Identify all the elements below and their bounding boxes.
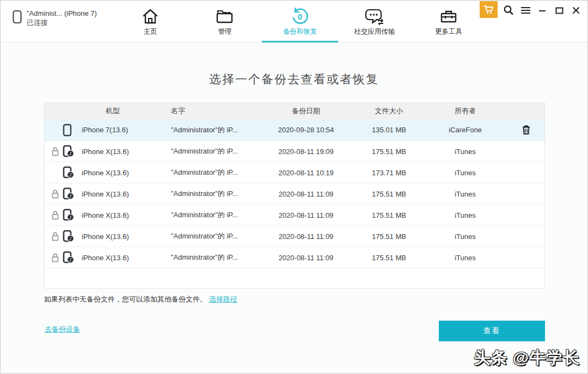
phone-media-icon: ♪ — [63, 230, 78, 243]
go-backup-device-link[interactable]: 去备份设备 — [45, 324, 80, 334]
backup-table: 机型 名字 备份日期 文件大小 所有者 iPhone 7(13.6) "Admi… — [44, 102, 545, 289]
col-header-owner: 所有者 — [423, 106, 507, 116]
table-row[interactable]: ♪ iPhone X(13.6) "Administrator"的 iP... … — [45, 205, 544, 226]
row-size: 175.51 MB — [355, 232, 423, 241]
minimize-icon[interactable] — [536, 4, 548, 16]
row-owner: iTunes — [423, 211, 507, 219]
svg-text:♪: ♪ — [69, 194, 72, 199]
search-icon[interactable] — [503, 4, 514, 16]
app-window: "Administ... (iPhone 7) 已连接 主页 管理 0 — [0, 0, 588, 374]
watermark: 头条 @牛学长 — [474, 347, 580, 369]
phone-media-icon: ♪ — [63, 166, 78, 179]
table-row[interactable]: ♪ iPhone X(13.6) "Administrator"的 iP... … — [45, 141, 544, 162]
window-controls — [480, 1, 582, 20]
row-date: 2020-08-11 11:09 — [257, 190, 355, 198]
row-model: iPhone X(13.6) — [82, 211, 129, 219]
manage-folder-icon — [216, 7, 234, 26]
phone-media-icon: ♪ — [63, 251, 78, 264]
svg-text:♪: ♪ — [69, 257, 72, 262]
phone-media-icon: ♪ — [63, 209, 78, 222]
row-size: 175.51 MB — [355, 211, 423, 219]
menu-icon[interactable] — [519, 4, 531, 16]
svg-text:0: 0 — [298, 12, 302, 21]
tab-manage[interactable]: 管理 — [203, 1, 247, 42]
page-title: 选择一个备份去查看或者恢复 — [1, 71, 587, 88]
phone-media-icon: ♪ — [63, 187, 78, 200]
row-date: 2020-08-11 19:09 — [257, 148, 355, 156]
row-model: iPhone 7(13.6) — [82, 126, 128, 134]
choose-path-link[interactable]: 选择路径 — [209, 295, 237, 303]
row-size: 135.01 MB — [355, 126, 423, 134]
table-empty-space — [45, 268, 544, 288]
row-model: iPhone X(13.6) — [82, 190, 129, 198]
device-info: "Administ... (iPhone 7) 已连接 — [13, 9, 97, 27]
row-model: iPhone X(13.6) — [82, 148, 129, 156]
add-backup-note: 如果列表中无备份文件，您可以添加其他备份文件。 选择路径 — [44, 295, 237, 304]
lock-icon — [52, 211, 63, 220]
row-owner: iTunes — [423, 169, 507, 177]
lock-icon — [52, 253, 63, 262]
svg-text:♪: ♪ — [69, 215, 72, 220]
row-date: 2020-09-28 10:54 — [257, 126, 355, 134]
tab-home-label: 主页 — [144, 27, 157, 36]
table-row[interactable]: ♪ iPhone X(13.6) "Administrator"的 iP... … — [45, 247, 544, 268]
row-owner: iTunes — [423, 254, 507, 262]
tab-backup-restore[interactable]: 0 备份和恢复 — [262, 1, 338, 42]
row-date: 2020-08-11 11:09 — [257, 232, 355, 241]
svg-text:♪: ♪ — [69, 151, 72, 156]
svg-text:♪: ♪ — [69, 236, 72, 241]
row-owner: iTunes — [423, 148, 507, 156]
tab-social-transfer-label: 社交应用传输 — [354, 27, 395, 36]
cart-icon[interactable] — [480, 1, 498, 18]
row-owner: iCareFone — [423, 126, 507, 134]
tab-more-tools[interactable]: 更多工具 — [424, 1, 473, 42]
tab-backup-restore-label: 备份和恢复 — [283, 27, 317, 36]
table-row[interactable]: ♪ iPhone X(13.6) "Administrator"的 iP... … — [45, 183, 544, 205]
close-icon[interactable] — [570, 4, 582, 16]
lock-icon — [52, 147, 63, 156]
phone-media-icon: ♪ — [63, 145, 78, 158]
row-model: iPhone X(13.6) — [82, 169, 129, 177]
note-text: 如果列表中无备份文件，您可以添加其他备份文件。 — [44, 295, 207, 303]
row-name: "Administrator"的 iP... — [170, 168, 257, 177]
backup-restore-page: 选择一个备份去查看或者恢复 机型 名字 备份日期 文件大小 所有者 iPhone… — [1, 43, 587, 373]
lock-icon — [52, 232, 63, 241]
table-row[interactable]: ♪ iPhone X(13.6) "Administrator"的 iP... … — [45, 226, 544, 247]
col-header-model: 机型 — [45, 106, 170, 116]
row-name: "Administrator"的 iP... — [170, 146, 257, 156]
col-header-name: 名字 — [170, 106, 257, 116]
maximize-icon[interactable] — [553, 4, 565, 16]
row-name: "Administrator"的 iP... — [170, 189, 257, 199]
svg-text:♪: ♪ — [69, 173, 72, 177]
row-date: 2020-08-11 11:09 — [257, 254, 355, 262]
row-owner: iTunes — [423, 190, 507, 198]
tab-manage-label: 管理 — [218, 27, 232, 36]
tab-social-transfer[interactable]: 社交应用传输 — [345, 1, 405, 42]
row-name: "Administrator"的 iP... — [170, 253, 257, 262]
social-transfer-icon — [365, 7, 384, 26]
backup-restore-icon: 0 — [291, 7, 309, 26]
table-row[interactable]: iPhone 7(13.6) "Administrator"的 iP... 20… — [45, 119, 544, 141]
row-name: "Administrator"的 iP... — [170, 210, 257, 220]
row-model: iPhone X(13.6) — [82, 232, 129, 241]
row-name: "Administrator"的 iP... — [170, 125, 257, 135]
view-button[interactable]: 查看 — [439, 321, 545, 341]
phone-icon — [63, 124, 78, 137]
row-owner: iTunes — [423, 232, 507, 241]
row-name: "Administrator"的 iP... — [170, 231, 257, 241]
tab-home[interactable]: 主页 — [128, 1, 172, 42]
table-header-row: 机型 名字 备份日期 文件大小 所有者 — [45, 103, 544, 119]
connected-phone-icon — [13, 9, 22, 25]
tab-more-tools-label: 更多工具 — [435, 27, 462, 36]
delete-icon[interactable] — [522, 125, 530, 134]
col-header-size: 文件大小 — [355, 106, 423, 116]
row-size: 173.71 MB — [355, 169, 423, 177]
row-size: 175.51 MB — [355, 190, 423, 198]
row-size: 175.51 MB — [355, 254, 423, 262]
lock-icon — [52, 189, 63, 199]
device-status: 已连接 — [27, 18, 97, 27]
title-bar: "Administ... (iPhone 7) 已连接 主页 管理 0 — [1, 1, 587, 42]
home-icon — [142, 7, 159, 26]
table-row[interactable]: ♪ iPhone X(13.6) "Administrator"的 iP... … — [45, 162, 544, 183]
row-size: 175.51 MB — [355, 148, 423, 156]
